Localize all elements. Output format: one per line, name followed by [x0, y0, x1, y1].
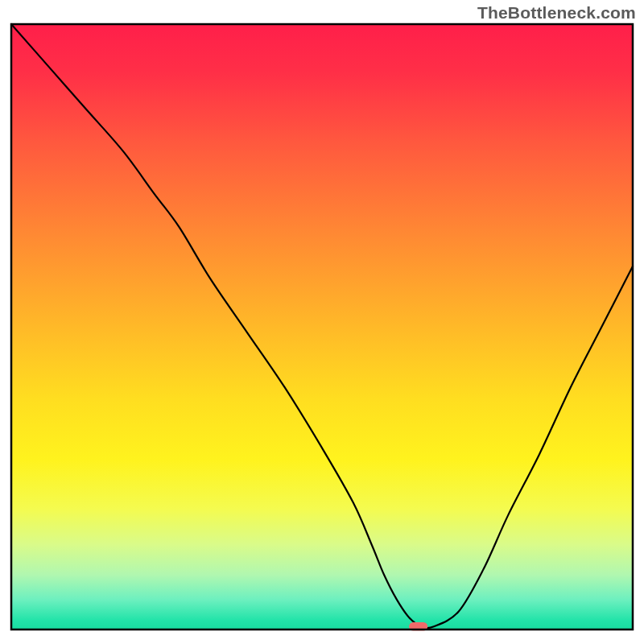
chart-background: [11, 24, 633, 630]
chart-container: TheBottleneck.com: [0, 0, 644, 644]
bottleneck-chart: [0, 0, 644, 644]
